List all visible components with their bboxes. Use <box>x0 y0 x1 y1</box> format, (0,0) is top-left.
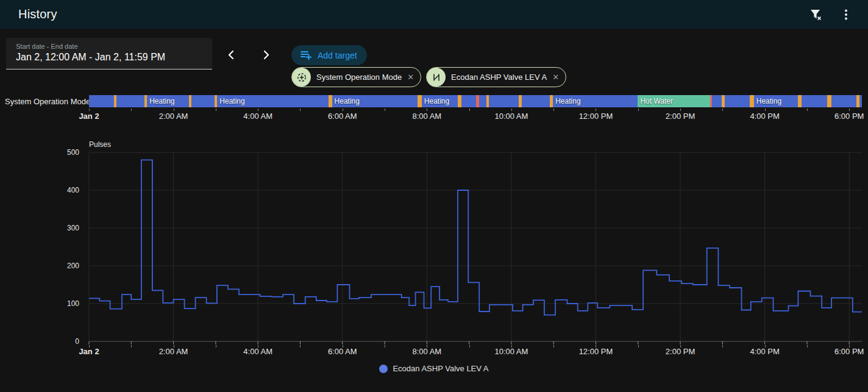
time-tick-mark <box>385 345 385 347</box>
add-target-button[interactable]: Add target <box>291 45 367 65</box>
timeline-segment[interactable] <box>712 95 722 107</box>
time-tick-mark <box>427 109 427 111</box>
target-chip[interactable]: System Operation Mode✕ <box>291 67 421 87</box>
time-tick-mark <box>174 345 174 347</box>
page-title: History <box>18 7 57 21</box>
time-tick-label: 6:00 AM <box>328 347 357 356</box>
time-tick-mark <box>216 109 216 111</box>
time-tick-mark <box>427 345 427 347</box>
y-axis-labels: 0100200300400500 <box>56 152 84 341</box>
time-tick-mark <box>722 109 723 111</box>
time-tick-label: 2:00 AM <box>159 347 188 356</box>
timeline-segment[interactable]: Heating <box>754 95 798 107</box>
timeline-segment[interactable] <box>479 95 486 107</box>
y-tick-label: 400 <box>67 186 79 194</box>
timeline-segment[interactable] <box>802 95 827 107</box>
timeline-segment[interactable] <box>859 95 862 107</box>
time-tick-label: 10:00 AM <box>494 347 528 356</box>
time-tick-label: 8:00 AM <box>412 347 441 356</box>
y-tick-label: 100 <box>67 299 79 308</box>
timeline-segment[interactable] <box>116 95 144 107</box>
time-tick-label: 2:00 PM <box>666 347 695 356</box>
timeline-time-axis: Jan 22:00 AM4:00 AM6:00 AM8:00 AM10:00 A… <box>89 109 862 123</box>
chip-close-icon[interactable]: ✕ <box>552 73 559 81</box>
timeline-segment-label: Heating <box>754 97 781 105</box>
timeline-segment[interactable] <box>522 95 550 107</box>
series-step-line <box>89 160 862 315</box>
timeline-segment[interactable] <box>461 95 476 107</box>
timeline-segment[interactable] <box>191 95 215 107</box>
time-tick-mark <box>638 109 639 111</box>
time-tick-label: 2:00 PM <box>666 112 695 121</box>
time-tick-mark <box>553 109 554 111</box>
overflow-menu-icon[interactable] <box>834 2 858 27</box>
time-tick-mark <box>849 345 850 347</box>
time-tick-label: 12:00 PM <box>579 347 613 356</box>
y-tick-label: 200 <box>67 262 79 270</box>
time-tick-mark <box>596 345 596 347</box>
time-tick-mark <box>300 109 301 111</box>
target-crosshair-icon <box>292 68 311 87</box>
playlist-plus-icon <box>299 49 312 62</box>
time-tick-mark <box>343 109 343 111</box>
timeline-segment[interactable]: Heating <box>422 95 458 107</box>
date-range-field[interactable]: Start date - End date Jan 2, 12:00 AM - … <box>6 38 212 69</box>
timeline-row-label: System Operation Mode <box>5 97 90 106</box>
time-tick-label: 4:00 AM <box>243 112 272 121</box>
legend-series-marker <box>379 365 388 373</box>
timeline-segment-label: Heating <box>147 97 174 105</box>
time-tick-label: 6:00 AM <box>328 112 357 121</box>
state-timeline-bar[interactable]: HeatingHeatingHeatingHeatingHeatingHot W… <box>89 95 862 107</box>
time-tick-label: 4:00 PM <box>750 112 779 121</box>
timeline-segment[interactable]: Heating <box>553 95 638 107</box>
timeline-segment-label: Heating <box>332 97 360 105</box>
timeline-segment[interactable]: Heating <box>147 95 189 107</box>
chart-legend[interactable]: Ecodan ASHP Valve LEV A <box>0 364 868 373</box>
y-tick-label: 0 <box>75 337 79 346</box>
time-tick-mark <box>89 345 90 347</box>
timeline-segment[interactable] <box>725 95 750 107</box>
header-actions <box>803 2 858 27</box>
time-tick-mark <box>385 109 385 111</box>
filter-remove-icon[interactable] <box>803 2 828 27</box>
time-tick-label: 8:00 AM <box>412 112 441 121</box>
time-tick-mark <box>638 345 639 347</box>
timeline-segment-label: Heating <box>553 97 580 105</box>
timeline-segment[interactable]: Heating <box>217 95 328 107</box>
next-period-button[interactable] <box>254 44 278 66</box>
time-tick-mark <box>131 109 132 111</box>
timeline-segment[interactable] <box>750 95 754 107</box>
timeline-segment[interactable] <box>418 95 422 107</box>
time-tick-label: 2:00 AM <box>159 112 188 121</box>
time-tick-mark <box>469 109 470 111</box>
pulses-step-chart[interactable] <box>89 152 862 345</box>
timeline-segment-label: Heating <box>217 97 244 105</box>
time-tick-mark <box>511 109 512 111</box>
time-tick-mark <box>258 109 258 111</box>
app-header: History <box>0 0 868 29</box>
time-tick-mark <box>216 345 216 347</box>
timeline-segment-label: Hot Water <box>638 97 673 105</box>
timeline-segment[interactable]: Heating <box>332 95 418 107</box>
target-chips: System Operation Mode✕Ecodan ASHP Valve … <box>291 67 566 87</box>
date-range-value: Jan 2, 12:00 AM - Jan 2, 11:59 PM <box>16 52 202 63</box>
chip-close-icon[interactable]: ✕ <box>407 73 414 81</box>
y-tick-label: 500 <box>67 148 79 157</box>
date-range-label: Start date - End date <box>16 43 202 50</box>
time-tick-mark <box>596 109 596 111</box>
timeline-segment[interactable] <box>831 95 856 107</box>
time-tick-label: 4:00 PM <box>750 347 779 356</box>
time-tick-mark <box>469 345 470 347</box>
y-axis-title: Pulses <box>89 140 111 149</box>
target-chip[interactable]: Ecodan ASHP Valve LEV A✕ <box>426 67 566 87</box>
previous-period-button[interactable] <box>219 44 244 66</box>
timeline-segment[interactable]: Hot Water <box>638 95 710 107</box>
timeline-segment[interactable] <box>89 95 114 107</box>
time-tick-mark <box>511 345 512 347</box>
add-target-label: Add target <box>318 51 357 60</box>
time-tick-mark <box>174 109 174 111</box>
time-tick-label: 6:00 PM <box>834 112 864 121</box>
y-tick-label: 300 <box>67 224 79 232</box>
timeline-segment[interactable] <box>827 95 831 107</box>
timeline-segment[interactable] <box>489 95 519 107</box>
